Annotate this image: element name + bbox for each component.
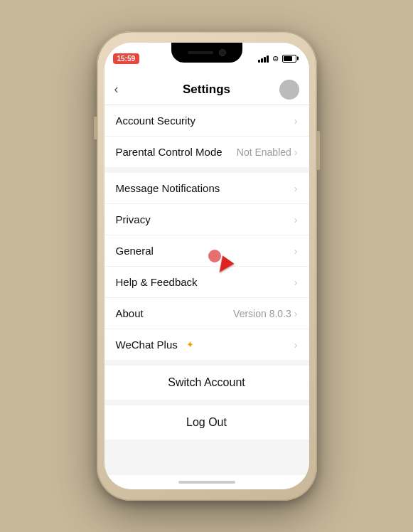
menu-item-account-security[interactable]: Account Security › (104, 105, 309, 137)
camera (219, 49, 226, 56)
help-feedback-label: Help & Feedback (116, 276, 198, 288)
parental-control-value: Not Enabled (237, 147, 291, 158)
battery-icon (282, 55, 296, 63)
switch-account-button[interactable]: Switch Account (104, 366, 309, 400)
speaker (188, 51, 213, 54)
status-icons: ⊜ (258, 54, 296, 63)
navigation-header: ‹ Settings (104, 74, 309, 105)
parental-control-label: Parental Control Mode (116, 146, 222, 158)
privacy-label: Privacy (116, 213, 151, 225)
menu-item-general[interactable]: General › (104, 235, 309, 267)
chevron-icon: › (294, 308, 298, 319)
about-version: Version 8.0.3 (233, 308, 291, 319)
chevron-icon: › (294, 339, 298, 351)
menu-item-about[interactable]: About Version 8.0.3 › (104, 298, 309, 329)
menu-item-help-feedback[interactable]: Help & Feedback › (104, 267, 309, 298)
wechat-plus-label: WeChat Plus (116, 339, 178, 351)
menu-item-parental-control[interactable]: Parental Control Mode Not Enabled › (104, 137, 309, 167)
general-label: General (116, 245, 154, 257)
phone-screen: 15:59 ⊜ ‹ Settings (104, 43, 309, 489)
wifi-icon: ⊜ (272, 54, 279, 63)
time-display: 15:59 (113, 53, 140, 64)
home-indicator (104, 475, 309, 489)
log-out-label: Log Out (186, 416, 227, 429)
menu-item-wechat-plus[interactable]: WeChat Plus ✦ › (104, 329, 309, 360)
about-label: About (116, 307, 144, 319)
chevron-icon: › (294, 245, 298, 257)
chevron-icon: › (294, 115, 298, 127)
settings-group-1: Account Security › Parental Control Mode… (104, 105, 309, 167)
menu-item-privacy[interactable]: Privacy › (104, 204, 309, 235)
page-title: Settings (183, 83, 230, 97)
home-bar (178, 481, 235, 484)
chevron-icon: › (294, 183, 298, 194)
back-button[interactable]: ‹ (114, 82, 119, 97)
settings-content: Account Security › Parental Control Mode… (104, 105, 309, 475)
action-group: Switch Account (104, 366, 309, 400)
star-icon: ✦ (186, 339, 198, 351)
chevron-icon: › (294, 214, 298, 225)
switch-account-label: Switch Account (168, 376, 245, 389)
status-bar: 15:59 ⊜ (104, 43, 309, 74)
signal-icon (258, 55, 269, 63)
notch (171, 43, 242, 63)
chevron-icon: › (294, 147, 298, 158)
logout-group: Log Out (104, 405, 309, 440)
account-security-label: Account Security (116, 115, 196, 127)
settings-group-2: Message Notifications › Privacy › (104, 173, 309, 360)
log-out-button[interactable]: Log Out (104, 405, 309, 440)
avatar (279, 80, 299, 100)
message-notifications-label: Message Notifications (116, 182, 220, 194)
menu-item-message-notifications[interactable]: Message Notifications › (104, 173, 309, 204)
chevron-icon: › (294, 277, 298, 288)
phone-frame: 15:59 ⊜ ‹ Settings (97, 31, 317, 501)
